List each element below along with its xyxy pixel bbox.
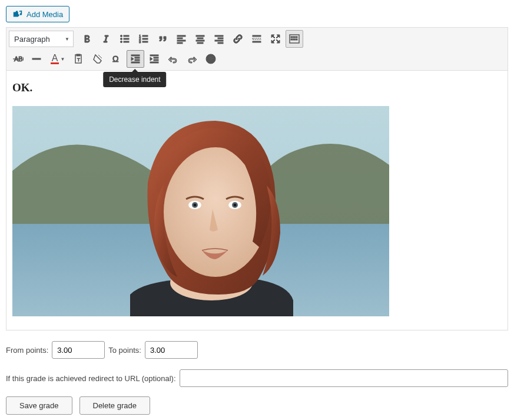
help-button[interactable]: ? [202, 50, 220, 68]
svg-rect-19 [197, 42, 203, 44]
format-select-value: Paragraph [14, 35, 50, 44]
svg-point-4 [121, 41, 122, 43]
svg-rect-38 [77, 54, 80, 56]
blockquote-button[interactable] [154, 30, 171, 48]
to-points-input[interactable] [145, 341, 198, 359]
clear-formatting-button[interactable] [89, 50, 107, 68]
svg-rect-3 [124, 38, 129, 39]
svg-text:Ω: Ω [112, 54, 118, 64]
redirect-url-input[interactable] [180, 369, 508, 387]
svg-text:?: ? [209, 55, 213, 62]
points-row: From points: To points: [6, 341, 508, 359]
bold-button[interactable] [78, 30, 96, 48]
special-character-button[interactable]: Ω [108, 50, 125, 68]
align-center-button[interactable] [191, 30, 209, 48]
svg-rect-7 [142, 35, 148, 37]
svg-rect-17 [197, 38, 203, 39]
svg-rect-11 [142, 41, 148, 42]
redo-button[interactable] [183, 50, 201, 68]
tooltip-decrease-indent: Decrease indent [103, 72, 166, 87]
italic-button[interactable] [97, 30, 115, 48]
svg-point-2 [121, 38, 122, 40]
strikethrough-button[interactable]: ABC [9, 50, 26, 68]
delete-grade-button[interactable]: Delete grade [79, 396, 150, 415]
svg-rect-5 [124, 41, 129, 42]
svg-rect-47 [154, 59, 158, 61]
svg-rect-12 [177, 35, 185, 37]
read-more-button[interactable] [248, 30, 266, 48]
editor-content-area[interactable]: OK. [6, 71, 508, 330]
align-left-button[interactable] [173, 30, 190, 48]
editor-toolbar: Paragraph 123 ABC A ▼ T Ω [6, 28, 508, 71]
align-right-button[interactable] [210, 30, 228, 48]
svg-rect-41 [131, 55, 140, 56]
text-color-button[interactable]: A ▼ [47, 50, 69, 68]
text-color-a-icon: A [51, 54, 59, 64]
redirect-label: If this grade is achieved redirect to UR… [6, 374, 176, 383]
svg-rect-18 [196, 40, 204, 41]
svg-rect-31 [291, 39, 293, 40]
content-image[interactable] [12, 106, 389, 316]
svg-rect-30 [296, 37, 297, 38]
editor-heading-text: OK. [12, 81, 502, 94]
svg-rect-36 [32, 58, 41, 59]
svg-rect-42 [135, 57, 140, 58]
svg-rect-22 [215, 40, 223, 41]
svg-rect-24 [253, 35, 261, 37]
from-points-input[interactable] [52, 341, 105, 359]
svg-text:T: T [77, 57, 80, 62]
format-select[interactable]: Paragraph [9, 31, 74, 47]
svg-rect-15 [177, 42, 183, 44]
numbered-list-button[interactable]: 123 [135, 30, 152, 48]
fullscreen-button[interactable] [267, 30, 284, 48]
horizontal-rule-button[interactable] [28, 50, 45, 68]
svg-rect-29 [293, 37, 295, 38]
svg-rect-13 [177, 38, 183, 39]
svg-rect-45 [150, 55, 158, 56]
camera-music-icon [12, 9, 23, 19]
svg-rect-14 [177, 40, 185, 41]
svg-rect-44 [131, 62, 140, 63]
toolbar-toggle-button[interactable] [286, 30, 303, 48]
bullet-list-button[interactable] [116, 30, 134, 48]
link-button[interactable] [229, 30, 247, 48]
undo-button[interactable] [164, 50, 182, 68]
svg-rect-28 [291, 37, 293, 38]
svg-rect-48 [150, 62, 158, 63]
svg-rect-9 [142, 38, 148, 39]
add-media-button[interactable]: Add Media [6, 6, 69, 22]
svg-rect-33 [296, 39, 297, 40]
svg-point-0 [121, 35, 122, 37]
toolbar-row-2: ABC A ▼ T Ω Decrease indent ? [9, 49, 505, 69]
toolbar-row-1: Paragraph 123 [9, 29, 505, 49]
svg-point-57 [194, 204, 197, 207]
svg-rect-46 [154, 57, 158, 58]
svg-rect-32 [293, 39, 295, 40]
decrease-indent-button[interactable]: Decrease indent [127, 50, 144, 68]
svg-rect-25 [253, 38, 261, 39]
from-points-label: From points: [6, 346, 48, 355]
editor-container: Paragraph 123 ABC A ▼ T Ω [6, 27, 508, 330]
to-points-label: To points: [108, 346, 141, 355]
svg-rect-16 [196, 35, 204, 37]
chevron-down-icon: ▼ [60, 57, 65, 62]
paste-text-button[interactable]: T [70, 50, 88, 68]
increase-indent-button[interactable] [145, 50, 163, 68]
button-row: Save grade Delete grade [6, 396, 508, 415]
svg-point-60 [234, 204, 237, 207]
save-grade-button[interactable]: Save grade [6, 396, 72, 415]
svg-rect-26 [253, 41, 261, 42]
svg-rect-1 [124, 35, 129, 37]
svg-rect-21 [218, 38, 223, 39]
svg-rect-43 [135, 59, 140, 61]
add-media-label: Add Media [26, 10, 63, 19]
svg-text:3: 3 [139, 40, 141, 44]
svg-rect-23 [218, 42, 223, 44]
redirect-row: If this grade is achieved redirect to UR… [6, 369, 508, 387]
svg-rect-20 [215, 35, 223, 37]
